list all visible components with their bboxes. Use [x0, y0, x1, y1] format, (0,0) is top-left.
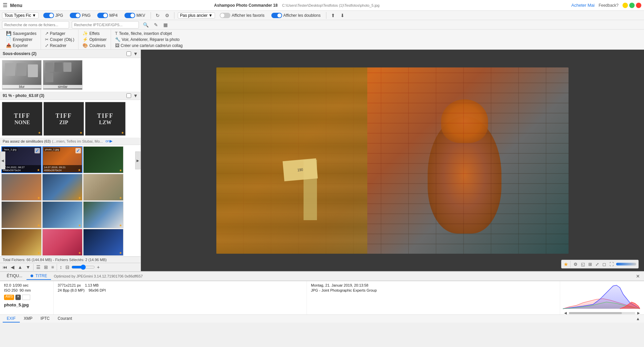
photo-item-water[interactable]: ★: [42, 201, 83, 228]
sort-icon[interactable]: ↕: [58, 264, 63, 270]
edit-icon[interactable]: ✎: [153, 21, 159, 28]
subfolder-thumb-blur[interactable]: blur: [2, 60, 42, 90]
nav-up[interactable]: ▲: [16, 264, 24, 270]
sous-dossiers-checkbox[interactable]: [126, 51, 131, 56]
zoom-slider[interactable]: [71, 264, 95, 270]
sauvegardes-button[interactable]: 💾 Sauvegardes: [5, 31, 38, 36]
hist-left[interactable]: ◀: [563, 310, 568, 315]
left-panel-status: Total Fichiers: 66 (144.84 MB) - Fichier…: [0, 256, 141, 263]
view-grid[interactable]: ⊞: [43, 264, 49, 270]
photo-item-fox2[interactable]: ★: [1, 174, 42, 201]
exporter-button[interactable]: 📤 Exporter: [5, 43, 38, 48]
refresh-icon[interactable]: ↻: [154, 12, 161, 19]
voir-button[interactable]: 🔧 Voir, Améliorer, Réparer la photo: [114, 37, 184, 42]
date-filter-dropdown[interactable]: Pas plus ancier ▼: [178, 12, 215, 18]
tab-courant[interactable]: Courant: [54, 315, 76, 323]
close-info-icon[interactable]: ✕: [635, 273, 641, 280]
search-iptc-input[interactable]: [72, 21, 139, 29]
tab-titre[interactable]: TITRE: [26, 272, 51, 280]
tab-exif[interactable]: EXIF: [3, 315, 20, 323]
upload-icon[interactable]: ⬆: [330, 12, 336, 19]
jpg-switch[interactable]: [43, 13, 54, 18]
settings-icon[interactable]: ⚙: [164, 12, 171, 19]
hist-right[interactable]: ▶: [636, 310, 641, 315]
partager-button[interactable]: ↗ Partager: [44, 31, 76, 36]
left-panel-scroll[interactable]: Sous-dossiers (2) ▼ blur: [0, 50, 141, 256]
search-files-input[interactable]: [2, 21, 69, 29]
view-list[interactable]: ☰: [35, 264, 42, 270]
sous-dossiers-collapse[interactable]: ▼: [133, 51, 138, 56]
img-tool-4[interactable]: ⤢: [594, 261, 600, 267]
tiff-section-collapse[interactable]: ▼: [133, 93, 138, 98]
zoom-plus[interactable]: +: [96, 264, 101, 270]
jpg-toggle[interactable]: JPG: [41, 12, 65, 19]
similarity-header[interactable]: Pas assez de similitudes (63) (...rnien,…: [0, 138, 141, 145]
panel-expand-right[interactable]: ▶: [135, 152, 141, 169]
tiff-none-thumb[interactable]: TIFF NONE ★: [2, 102, 42, 136]
tiff-section-checkbox[interactable]: [126, 93, 131, 98]
panel-collapse-left[interactable]: ◀: [0, 152, 5, 169]
couleurs-button[interactable]: 🎨 Couleurs: [81, 43, 108, 48]
enregistrer-button[interactable]: 📄 Enregistrer: [5, 37, 38, 42]
image-star-icon[interactable]: ★: [564, 261, 568, 267]
feedback-link[interactable]: Feedback?: [599, 3, 619, 8]
recadrer-button[interactable]: ⤢ Recadrer: [44, 43, 76, 48]
hist-scrollbar[interactable]: [569, 312, 635, 314]
doublons-switch[interactable]: [271, 13, 282, 18]
group-icon[interactable]: ⊟: [64, 264, 71, 270]
effets-button[interactable]: ✨ Effets: [81, 31, 108, 36]
tab-etiquette[interactable]: ÉTIQU...: [3, 272, 26, 280]
img-tool-6[interactable]: ⛶: [608, 261, 615, 267]
tab-xmp[interactable]: XMP: [20, 315, 37, 323]
nav-prev[interactable]: ◀: [9, 264, 16, 270]
texte-button[interactable]: T Texte, flèche, insertion d'objet: [114, 31, 184, 36]
photo-item-face1[interactable]: face_1.jpg ✓ 27.04.2022, 08:274480x5973x…: [1, 146, 42, 173]
minimize-button[interactable]: [623, 3, 628, 8]
creer-button[interactable]: 🖼 Créer une carte/un cadre/un collag: [114, 43, 184, 48]
subfolder-thumb-similar[interactable]: similar: [43, 60, 83, 90]
mp4-toggle[interactable]: MP4: [95, 12, 120, 19]
png-toggle[interactable]: PNG: [68, 12, 93, 19]
favoris-switch[interactable]: [220, 13, 230, 18]
png-switch[interactable]: [70, 13, 80, 18]
mkv-toggle[interactable]: MKV: [122, 12, 147, 19]
photo-item-photo1[interactable]: photo_1.jpg ✓ 14.07.2019, 09:214000x2670…: [42, 146, 83, 173]
photo-item-leaves[interactable]: ★: [1, 229, 42, 256]
photo-item-pink[interactable]: ★: [42, 229, 83, 256]
nav-first[interactable]: ⏮: [1, 264, 9, 270]
tab-iptc[interactable]: IPTC: [37, 315, 54, 323]
acheter-button[interactable]: Acheter Mai: [571, 3, 594, 8]
tiff-zip-thumb[interactable]: TIFF ZIP ★: [44, 102, 84, 136]
file-types-dropdown[interactable]: Tous Types Fic ▼: [2, 12, 39, 18]
nav-down[interactable]: ▼: [24, 264, 32, 270]
menu-label[interactable]: Menu: [10, 3, 22, 8]
hamburger-icon[interactable]: ☰: [3, 2, 7, 8]
maximize-button[interactable]: [629, 3, 635, 8]
img-zoom-slider[interactable]: [616, 263, 636, 265]
mp4-switch[interactable]: [97, 13, 108, 18]
photo-item-blue[interactable]: ★: [83, 229, 123, 256]
photo-item-cat[interactable]: ★: [83, 174, 123, 201]
close-button[interactable]: [636, 3, 641, 8]
mask-icon[interactable]: [22, 295, 30, 300]
couper-button[interactable]: ✂ Couper (Obj.): [44, 37, 76, 42]
photo-item-fox3[interactable]: ★: [1, 201, 42, 228]
filter-icon[interactable]: ▦: [162, 21, 169, 28]
tiff-lzw-thumb[interactable]: TIFF LZW ★: [85, 102, 125, 136]
photo-item-plant[interactable]: ★: [83, 146, 123, 173]
download-icon[interactable]: ⬇: [339, 12, 346, 19]
doublons-toggle[interactable]: Afficher les doublons: [269, 12, 323, 19]
photo-item-eagle[interactable]: ★: [83, 201, 123, 228]
info-expand[interactable]: ▲: [635, 316, 641, 322]
photo-item-bird[interactable]: ★: [42, 174, 83, 201]
img-tool-3[interactable]: ⊞: [587, 261, 593, 267]
img-tool-2[interactable]: ◱: [580, 261, 586, 267]
img-tool-5[interactable]: ◻: [601, 261, 607, 267]
mkv-switch[interactable]: [124, 13, 135, 18]
optimiser-button[interactable]: ⚡ Optimiser: [81, 37, 108, 42]
search-icon[interactable]: 🔍: [142, 21, 150, 28]
img-tool-1[interactable]: ⚙: [573, 261, 579, 267]
favoris-toggle[interactable]: Afficher les favoris: [218, 12, 267, 19]
view-details[interactable]: ≡: [50, 264, 55, 270]
info-left: f/2.0 1/200 sec ISO 250 90 mm AWS ✕ phot…: [0, 281, 54, 314]
